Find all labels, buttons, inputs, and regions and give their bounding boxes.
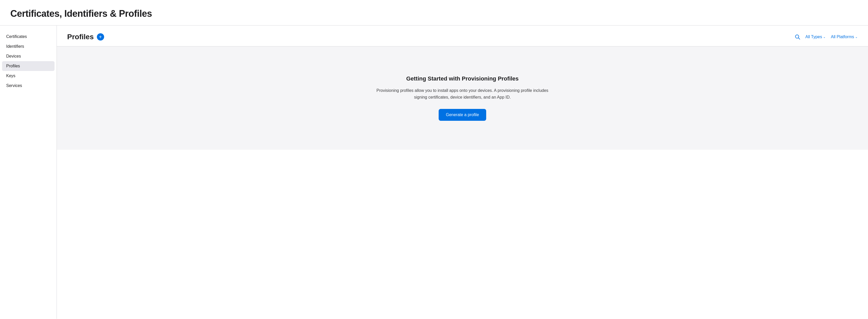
- add-profile-button[interactable]: +: [97, 33, 104, 40]
- all-types-dropdown[interactable]: All Types ⌄: [805, 35, 826, 39]
- sidebar-item-identifiers[interactable]: Identifiers: [0, 41, 57, 51]
- sidebar-item-devices[interactable]: Devices: [0, 51, 57, 61]
- all-platforms-dropdown[interactable]: All Platforms ⌄: [831, 35, 858, 39]
- sidebar-item-profiles[interactable]: Profiles: [2, 61, 55, 71]
- sidebar: Certificates Identifiers Devices Profile…: [0, 26, 57, 319]
- sidebar-item-certificates[interactable]: Certificates: [0, 32, 57, 41]
- chevron-down-icon: ⌄: [855, 35, 858, 39]
- page-header: Certificates, Identifiers & Profiles: [0, 0, 868, 26]
- page-title: Certificates, Identifiers & Profiles: [10, 8, 858, 19]
- content-header: Profiles + All Types ⌄ All Platforms ⌄: [57, 26, 868, 46]
- empty-state-title: Getting Started with Provisioning Profil…: [372, 75, 553, 82]
- main-layout: Certificates Identifiers Devices Profile…: [0, 26, 868, 319]
- generate-profile-button[interactable]: Generate a profile: [439, 109, 486, 121]
- content-area: Profiles + All Types ⌄ All Platforms ⌄: [57, 26, 868, 319]
- sidebar-item-services[interactable]: Services: [0, 81, 57, 91]
- empty-state: Getting Started with Provisioning Profil…: [372, 75, 553, 120]
- content-title: Profiles: [67, 33, 94, 41]
- svg-line-1: [798, 38, 800, 39]
- content-body: Getting Started with Provisioning Profil…: [57, 46, 868, 150]
- sidebar-item-keys[interactable]: Keys: [0, 71, 57, 81]
- empty-state-description: Provisioning profiles allow you to insta…: [372, 87, 553, 100]
- all-types-label: All Types: [805, 35, 822, 39]
- content-title-row: Profiles +: [67, 33, 104, 41]
- search-button[interactable]: [795, 34, 800, 40]
- all-platforms-label: All Platforms: [831, 35, 854, 39]
- search-icon: [795, 34, 800, 40]
- chevron-down-icon: ⌄: [823, 35, 826, 39]
- header-controls: All Types ⌄ All Platforms ⌄: [795, 34, 858, 40]
